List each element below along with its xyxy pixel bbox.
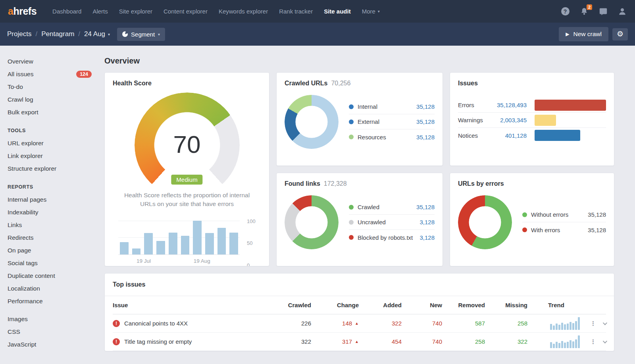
nav-site-audit[interactable]: Site audit — [318, 0, 356, 23]
legend-item-blocked[interactable]: Blocked by robots.txt 3,128 — [349, 230, 435, 245]
sidebar-item-css[interactable]: CSS — [8, 325, 92, 338]
legend-item-without-errors[interactable]: Without errors 35,128 — [522, 207, 606, 222]
sidebar-item-overview[interactable]: Overview — [8, 55, 92, 68]
help-icon[interactable]: ? — [560, 7, 570, 16]
sidebar-item-structure-explorer[interactable]: Structure explorer — [8, 162, 92, 175]
breadcrumb-project-name[interactable]: Pentagram — [41, 30, 74, 38]
row-menu-icon[interactable]: ⋮ — [590, 338, 597, 345]
removed-cell[interactable]: 587 — [442, 320, 485, 327]
col-header-missing[interactable]: Missing — [485, 302, 527, 308]
added-cell[interactable]: 454 — [359, 338, 402, 345]
sidebar-item-performance[interactable]: Performance — [8, 295, 92, 308]
legend-dot — [522, 227, 527, 232]
legend-item-resources[interactable]: Resources 35,128 — [349, 129, 435, 144]
user-profile-icon[interactable] — [618, 7, 627, 16]
crawled-cell[interactable]: 226 — [277, 320, 311, 327]
nav-more[interactable]: More▾ — [356, 0, 385, 23]
notices-count[interactable]: 401,128 — [489, 132, 535, 139]
sidebar-item-to-do[interactable]: To-do — [8, 81, 92, 93]
table-header-row: Issue Crawled Change Added New Removed M… — [113, 296, 606, 314]
legend-item-internal[interactable]: Internal 35,128 — [349, 99, 435, 114]
missing-cell[interactable]: 258 — [485, 320, 527, 327]
crawled-cell[interactable]: 322 — [277, 338, 311, 345]
gear-icon: ⚙ — [617, 30, 623, 38]
removed-cell[interactable]: 258 — [442, 338, 485, 345]
health-rating-badge: Medium — [171, 175, 202, 185]
legend-item-crawled[interactable]: Crawled 35,128 — [349, 200, 435, 215]
sidebar-item-internal-pages[interactable]: Internal pages — [8, 193, 92, 206]
col-header-issue[interactable]: Issue — [113, 302, 277, 308]
notifications-bell-icon[interactable]: 2 — [579, 7, 589, 16]
sidebar-item-crawl-log[interactable]: Crawl log — [8, 93, 92, 106]
triangle-up-icon: ▲ — [355, 321, 359, 325]
notices-bar — [535, 130, 580, 141]
messages-icon[interactable] — [598, 7, 608, 16]
warnings-count[interactable]: 2,003,345 — [489, 117, 535, 123]
sidebar-item-javascript[interactable]: JavaScript — [8, 338, 92, 351]
added-cell[interactable]: 322 — [359, 320, 402, 327]
nav-site-explorer[interactable]: Site explorer — [114, 0, 158, 23]
main-content: Overview Crawled URLs 70,256 Internal 35… — [99, 46, 635, 364]
chevron-down-icon[interactable] — [603, 339, 607, 343]
sidebar-item-on-page[interactable]: On page — [8, 244, 92, 257]
error-icon: ! — [113, 338, 120, 345]
errors-bar — [535, 100, 606, 111]
col-header-crawled[interactable]: Crawled — [277, 302, 311, 308]
nav-keywords-explorer[interactable]: Keywords explorer — [213, 0, 273, 23]
warnings-bar — [535, 115, 556, 126]
sidebar-item-localization[interactable]: Localization — [8, 282, 92, 295]
breadcrumb-separator: / — [35, 30, 37, 38]
nav-content-explorer[interactable]: Content explorer — [158, 0, 213, 23]
crawl-date-dropdown[interactable]: 24 Aug▾ — [84, 30, 110, 38]
ahrefs-logo[interactable]: ahrefs — [8, 6, 37, 17]
sidebar-item-links[interactable]: Links — [8, 219, 92, 231]
notification-count-badge: 2 — [587, 4, 592, 10]
legend-item-external[interactable]: External 35,128 — [349, 114, 435, 129]
breadcrumb: Projects / Pentagram / 24 Aug▾ — [7, 30, 110, 38]
sidebar-item-bulk-export[interactable]: Bulk export — [8, 106, 92, 119]
sidebar-item-all-issues[interactable]: All issues124 — [8, 68, 92, 81]
col-header-added[interactable]: Added — [359, 302, 402, 308]
col-header-removed[interactable]: Removed — [442, 302, 485, 308]
new-crawl-button[interactable]: ▶ New crawl — [559, 27, 608, 41]
issue-name-link[interactable]: Canonical points to 4XX — [124, 320, 188, 327]
sidebar-item-link-explorer[interactable]: Link explorer — [8, 150, 92, 162]
sidebar-item-duplicate-content[interactable]: Duplicate content — [8, 270, 92, 282]
new-cell[interactable]: 740 — [402, 320, 442, 327]
health-trend-bars[interactable] — [120, 217, 238, 254]
x-axis-tick: 19 Jul — [137, 258, 151, 264]
sidebar-item-url-explorer[interactable]: URL explorer — [8, 137, 92, 150]
issue-name-link[interactable]: Title tag missing or empty — [124, 338, 192, 345]
nav-dashboard[interactable]: Dashboard — [47, 0, 87, 23]
new-cell[interactable]: 740 — [402, 338, 442, 345]
segment-dropdown[interactable]: Segment ▾ — [117, 28, 165, 41]
crawled-urls-donut-chart — [285, 95, 339, 149]
breadcrumb-projects[interactable]: Projects — [7, 30, 31, 38]
errors-count[interactable]: 35,128,493 — [489, 102, 535, 108]
col-header-new[interactable]: New — [402, 302, 442, 308]
legend-item-with-errors[interactable]: With errors 35,128 — [522, 222, 606, 237]
row-menu-icon[interactable]: ⋮ — [590, 320, 597, 327]
found-links-donut-chart — [285, 195, 339, 249]
change-cell[interactable]: 148▲ — [311, 320, 359, 327]
missing-cell[interactable]: 322 — [485, 338, 527, 345]
sidebar-item-images[interactable]: Images — [8, 313, 92, 325]
sidebar-item-indexability[interactable]: Indexability — [8, 206, 92, 219]
legend-item-uncrawled[interactable]: Uncrawled 3,128 — [349, 215, 435, 230]
chevron-down-icon[interactable] — [603, 320, 607, 325]
change-cell[interactable]: 317▲ — [311, 338, 359, 345]
legend-dot — [349, 235, 354, 240]
urls-by-errors-card: URLs by errors Without errors 35,128 Wit… — [450, 173, 614, 266]
col-header-change[interactable]: Change — [311, 302, 359, 308]
legend-dot — [349, 119, 354, 124]
nav-alerts[interactable]: Alerts — [87, 0, 113, 23]
nav-rank-tracker[interactable]: Rank tracker — [273, 0, 318, 23]
health-score-value: 70 — [135, 130, 240, 158]
main-nav: Dashboard Alerts Site explorer Content e… — [47, 0, 385, 23]
sidebar-item-redirects[interactable]: Redirects — [8, 231, 92, 244]
table-row: ! Title tag missing or empty 322 317▲ 45… — [113, 333, 606, 351]
caret-down-icon: ▾ — [158, 32, 160, 37]
crawled-urls-total: 70,256 — [331, 80, 350, 87]
settings-button[interactable]: ⚙ — [612, 28, 628, 40]
sidebar-item-social-tags[interactable]: Social tags — [8, 257, 92, 270]
